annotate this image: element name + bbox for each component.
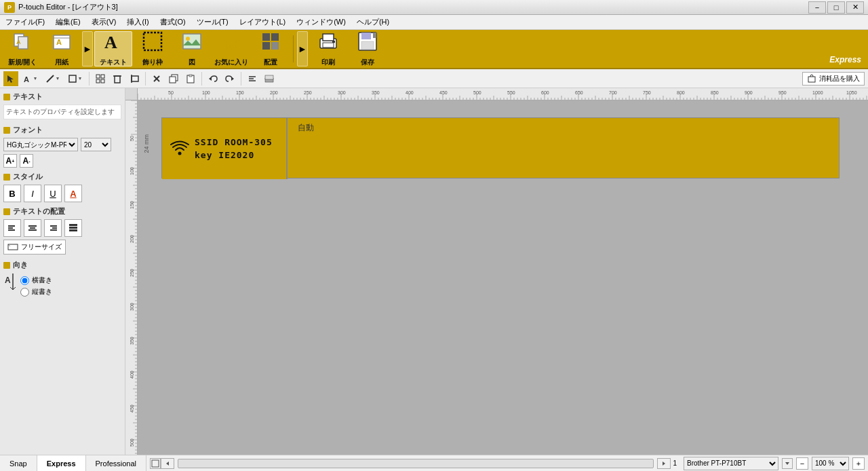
zoom-select[interactable]: 100 % (812, 457, 849, 470)
favorites-button[interactable]: お気に入り (212, 31, 250, 67)
vertical-radio-input[interactable] (20, 288, 29, 297)
svg-rect-56 (69, 224, 77, 226)
italic-button[interactable]: I (24, 185, 41, 202)
align-top-tool[interactable] (110, 71, 125, 86)
text-align-center-button[interactable] (24, 219, 41, 237)
purchase-button[interactable]: 消耗品を購入 (802, 72, 865, 86)
svg-rect-12 (262, 42, 270, 50)
image-button[interactable]: 図 (173, 31, 211, 67)
canvas[interactable]: 24 mm 自動 (138, 100, 868, 455)
page-scrollbar[interactable] (178, 459, 654, 468)
paper-button[interactable]: A 用紙 (43, 31, 81, 67)
text-align-right-button[interactable] (44, 219, 62, 237)
vertical-radio[interactable]: 縦書き (20, 287, 52, 297)
layout-button[interactable]: 配置 (252, 31, 290, 67)
svg-rect-51 (30, 227, 35, 229)
svg-rect-24 (69, 75, 76, 82)
toolbar-expand-arrow[interactable]: ► (82, 31, 93, 67)
express-tab[interactable]: Express (37, 455, 86, 471)
wifi-icon (170, 140, 189, 157)
panel-description: テキストのプロパティを設定します (3, 105, 121, 119)
font-name-select[interactable]: HG丸ゴシックM-PRO (3, 138, 78, 151)
nav-prev[interactable] (161, 458, 174, 469)
svg-rect-19 (361, 33, 371, 39)
menu-file[interactable]: ファイル(F) (0, 15, 50, 29)
font-size-select[interactable]: 20 (81, 138, 111, 151)
svg-rect-16 (323, 43, 334, 48)
printer-select[interactable]: Brother PT-P710BT (684, 457, 778, 470)
ssid-text: SSID ROOM-305 key IE2020 (195, 137, 273, 160)
menu-edit[interactable]: 編集(E) (50, 15, 86, 29)
layout-label: 配置 (264, 58, 277, 67)
svg-text:A: A (5, 276, 11, 285)
text-left-align-tool[interactable] (245, 71, 260, 86)
frame-label: 飾り枠 (142, 58, 163, 67)
text-align-section-title: テキストの配置 (3, 206, 121, 216)
svg-point-65 (178, 152, 182, 155)
frame-button[interactable]: 飾り枠 (134, 31, 172, 67)
new-open-button[interactable]: A 新規/開く (3, 31, 41, 67)
text-cursor-tool[interactable]: A (20, 71, 41, 86)
zoom-out-button[interactable]: − (796, 457, 808, 470)
zoom-in-button[interactable]: + (852, 457, 865, 470)
menu-view[interactable]: 表示(V) (86, 15, 122, 29)
redo-tool[interactable] (222, 71, 237, 86)
color-button[interactable]: A (64, 185, 82, 202)
svg-rect-45 (265, 75, 273, 79)
horizontal-radio-input[interactable] (20, 276, 29, 285)
line-tool[interactable] (43, 71, 63, 86)
text-align-left-button[interactable] (3, 219, 21, 237)
svg-marker-40 (231, 77, 234, 81)
toolbar-expand-arrow-2[interactable]: ► (297, 31, 308, 67)
paper-label: 用紙 (55, 58, 68, 67)
key-value: key IE2020 (195, 150, 273, 160)
new-open-icon: A (12, 31, 33, 56)
delete-tool[interactable] (149, 71, 164, 86)
underline-button[interactable]: U (44, 185, 62, 202)
svg-rect-28 (101, 79, 104, 83)
shape-tool[interactable] (65, 71, 85, 86)
left-panel: テキスト テキストのプロパティを設定します フォント HG丸ゴシックM-PRO … (0, 88, 125, 455)
save-button[interactable]: 保存 (349, 31, 387, 67)
align-left-tool[interactable] (127, 71, 142, 86)
bold-button[interactable]: B (3, 185, 21, 202)
purchase-label: 消耗品を購入 (819, 74, 860, 83)
horizontal-radio[interactable]: 横書き (20, 276, 52, 285)
label-canvas[interactable]: 自動 (161, 117, 840, 178)
svg-text:A: A (104, 33, 117, 52)
menu-format[interactable]: 書式(O) (155, 15, 191, 29)
svg-rect-48 (8, 227, 13, 229)
label-content[interactable]: SSID ROOM-305 key IE2020 (162, 118, 288, 179)
paste-tool[interactable] (183, 71, 198, 86)
menu-insert[interactable]: 挿入(I) (121, 15, 154, 29)
snap-tab[interactable]: Snap (0, 455, 37, 471)
text-button[interactable]: A テキスト (94, 31, 132, 67)
menu-tools[interactable]: ツール(T) (191, 15, 234, 29)
text-justify-button[interactable] (64, 219, 82, 237)
menu-layout[interactable]: レイアウト(L) (234, 15, 291, 29)
grid-tool[interactable] (93, 71, 108, 86)
maximize-button[interactable]: □ (827, 1, 845, 14)
svg-text:A: A (16, 39, 21, 45)
direction-options: 横書き 縦書き (20, 276, 52, 297)
svg-rect-59 (8, 244, 18, 250)
cursor-tool[interactable] (3, 71, 18, 86)
title-bar-left: P P-touch Editor - [レイアウト3] (4, 2, 118, 13)
undo-tool[interactable] (205, 71, 220, 86)
font-size-decrease-button[interactable]: A- (20, 154, 33, 168)
title-bar-title: P-touch Editor - [レイアウト3] (18, 2, 118, 12)
font-section-title: フォント (3, 125, 121, 135)
print-button[interactable]: 印刷 (309, 31, 347, 67)
copy-tool[interactable] (166, 71, 181, 86)
menu-help[interactable]: ヘルプ(H) (351, 15, 395, 29)
professional-tab[interactable]: Professional (86, 455, 147, 471)
nav-next[interactable] (657, 458, 671, 469)
menu-window[interactable]: ウィンドウ(W) (291, 15, 351, 29)
minimize-button[interactable]: − (808, 1, 826, 14)
font-size-increase-button[interactable]: A+ (3, 154, 17, 168)
fit-size-button[interactable]: フリーサイズ (3, 240, 66, 255)
printer-dropdown[interactable] (782, 458, 793, 469)
layer-tool[interactable] (262, 71, 277, 86)
close-button[interactable]: ✕ (846, 1, 864, 14)
status-right: Brother PT-P710BT − 100 % + (680, 457, 868, 470)
